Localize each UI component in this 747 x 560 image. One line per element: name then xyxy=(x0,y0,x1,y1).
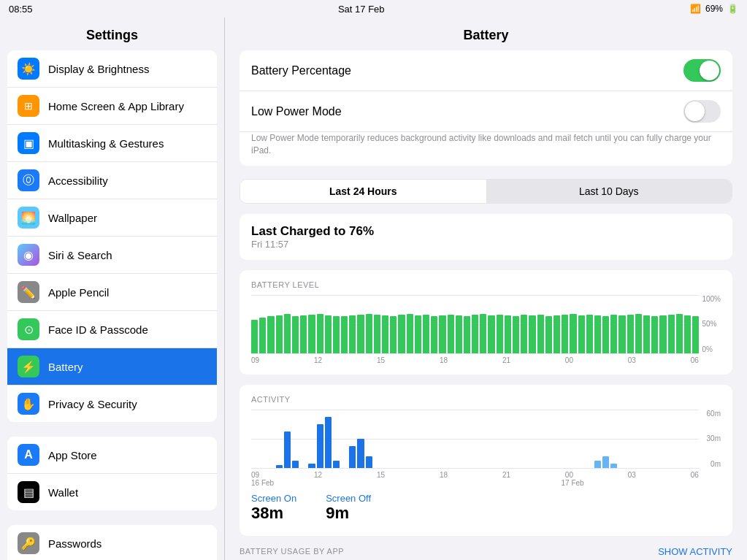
activity-bar-item xyxy=(537,417,544,468)
multitasking-icon: ▣ xyxy=(18,132,39,154)
battery-bar xyxy=(472,302,478,353)
segment-24h[interactable]: Last 24 Hours xyxy=(240,180,486,203)
sidebar-item-battery[interactable]: ⚡ Battery xyxy=(7,348,217,386)
battery-bar xyxy=(684,302,691,353)
battery-bar xyxy=(651,302,658,353)
activity-bar-item xyxy=(505,417,511,468)
sidebar-item-multitasking-label: Multitasking & Gestures xyxy=(48,137,164,150)
battery-bar xyxy=(610,302,617,353)
activity-bar-item xyxy=(594,417,601,468)
activity-bar-item xyxy=(308,417,315,468)
battery-bar xyxy=(578,302,585,353)
activity-bar-item xyxy=(472,417,478,468)
screen-off-label: Screen Off xyxy=(326,493,371,504)
sidebar-item-passwords[interactable]: 🔑 Passwords xyxy=(7,525,217,560)
battery-bar xyxy=(333,302,340,353)
activity-bar-item xyxy=(292,417,299,468)
activity-bar-item xyxy=(448,417,454,468)
battery-bar xyxy=(317,302,323,353)
activity-bar-item xyxy=(407,417,413,468)
battery-percentage-toggle[interactable] xyxy=(683,59,721,82)
battery-bar xyxy=(659,302,666,353)
activity-bar-item xyxy=(602,417,609,468)
battery-pct: 69% xyxy=(705,4,723,14)
wallet-icon: ▤ xyxy=(18,481,39,503)
activity-bar-item xyxy=(366,417,372,468)
battery-bar xyxy=(513,302,519,353)
activity-bar-item xyxy=(284,417,291,468)
sidebar-item-appstore[interactable]: A App Store xyxy=(7,437,217,474)
usage-title: BATTERY USAGE BY APP xyxy=(240,547,344,556)
activity-bar-item xyxy=(276,417,283,468)
activity-chart-area: 60m 30m 0m xyxy=(251,410,721,468)
activity-bar-item xyxy=(692,417,699,468)
toggle-knob-off xyxy=(685,101,705,121)
activity-bar-item xyxy=(439,417,445,468)
battery-bar xyxy=(668,302,675,353)
content-area: Battery Battery Percentage Low Power Mod… xyxy=(225,18,747,560)
activity-bar-item xyxy=(643,417,650,468)
screen-off-value: 9m xyxy=(326,504,371,523)
activity-bar-item xyxy=(480,417,486,468)
activity-bar-item xyxy=(251,417,258,468)
sidebar-item-wallpaper[interactable]: 🌅 Wallpaper xyxy=(7,199,217,237)
battery-percentage-label: Battery Percentage xyxy=(251,64,351,77)
battery-bar xyxy=(586,302,593,353)
sidebar-item-pencil[interactable]: ✏️ Apple Pencil xyxy=(7,274,217,311)
activity-bar-item xyxy=(570,417,576,468)
show-activity-button[interactable]: SHOW ACTIVITY xyxy=(658,546,732,557)
grid-top xyxy=(251,295,699,296)
battery-bar xyxy=(374,302,380,353)
faceid-icon: ⊙ xyxy=(18,318,39,340)
battery-bar xyxy=(602,302,609,353)
battery-bar xyxy=(480,302,486,353)
activity-bar-item xyxy=(553,417,560,468)
activity-bar-item xyxy=(398,417,405,468)
battery-bar xyxy=(545,302,552,353)
battery-bar xyxy=(341,302,348,353)
battery-level-label: BATTERY LEVEL xyxy=(251,280,721,289)
activity-bar-item xyxy=(431,417,437,468)
battery-bar xyxy=(349,302,356,353)
low-power-toggle[interactable] xyxy=(683,100,721,123)
last-charged-title: Last Charged to 76% xyxy=(251,224,721,239)
battery-bar xyxy=(292,302,299,353)
sidebar-item-multitasking[interactable]: ▣ Multitasking & Gestures xyxy=(7,125,217,162)
grid-bot xyxy=(251,353,699,354)
sidebar-item-battery-label: Battery xyxy=(48,361,83,373)
activity-bar-item xyxy=(341,417,348,468)
battery-bar xyxy=(627,302,634,353)
activity-y-labels: 60m 30m 0m xyxy=(707,410,721,468)
battery-bars xyxy=(251,302,699,353)
activity-grid-bot xyxy=(251,468,699,469)
segment-10d[interactable]: Last 10 Days xyxy=(486,180,732,203)
activity-bar-item xyxy=(325,417,332,468)
sidebar-item-display[interactable]: ☀️ Display & Brightness xyxy=(7,50,217,88)
battery-level-chart: BATTERY LEVEL 100% 50% 0% 09 xyxy=(240,270,732,375)
sidebar-item-accessibility[interactable]: ⓪ Accessibility xyxy=(7,162,217,199)
activity-bar-item xyxy=(456,417,462,468)
battery-bar xyxy=(382,302,388,353)
sidebar-item-faceid[interactable]: ⊙ Face ID & Passcode xyxy=(7,311,217,348)
sidebar-item-siri[interactable]: ◉ Siri & Search xyxy=(7,237,217,274)
battery-bar xyxy=(259,302,266,353)
battery-settings-group: Battery Percentage Low Power Mode Low Po… xyxy=(240,50,732,166)
activity-bar-item xyxy=(300,417,307,468)
activity-bar-item xyxy=(545,417,552,468)
sidebar-item-homescreen[interactable]: ⊞ Home Screen & App Library xyxy=(7,88,217,125)
sidebar-item-display-label: Display & Brightness xyxy=(48,63,149,75)
passwords-icon: 🔑 xyxy=(18,532,39,554)
activity-bar-item xyxy=(333,417,340,468)
sidebar-item-privacy[interactable]: ✋ Privacy & Security xyxy=(7,386,217,422)
sidebar-section-2: A App Store ▤ Wallet xyxy=(7,437,217,510)
sidebar-item-faceid-label: Face ID & Passcode xyxy=(48,323,148,336)
battery-icon: 🔋 xyxy=(727,4,738,14)
activity-bar-item xyxy=(382,417,388,468)
sidebar-section-3: 🔑 Passwords ✉️ Mail 👤 Contacts 📅 Calenda… xyxy=(7,525,217,560)
sidebar-item-wallet[interactable]: ▤ Wallet xyxy=(7,474,217,510)
usage-header: BATTERY USAGE BY APP SHOW ACTIVITY xyxy=(240,546,732,560)
activity-bar-item xyxy=(513,417,519,468)
activity-bar-item xyxy=(618,417,625,468)
activity-bar-item xyxy=(488,417,494,468)
battery-bar xyxy=(267,302,274,353)
